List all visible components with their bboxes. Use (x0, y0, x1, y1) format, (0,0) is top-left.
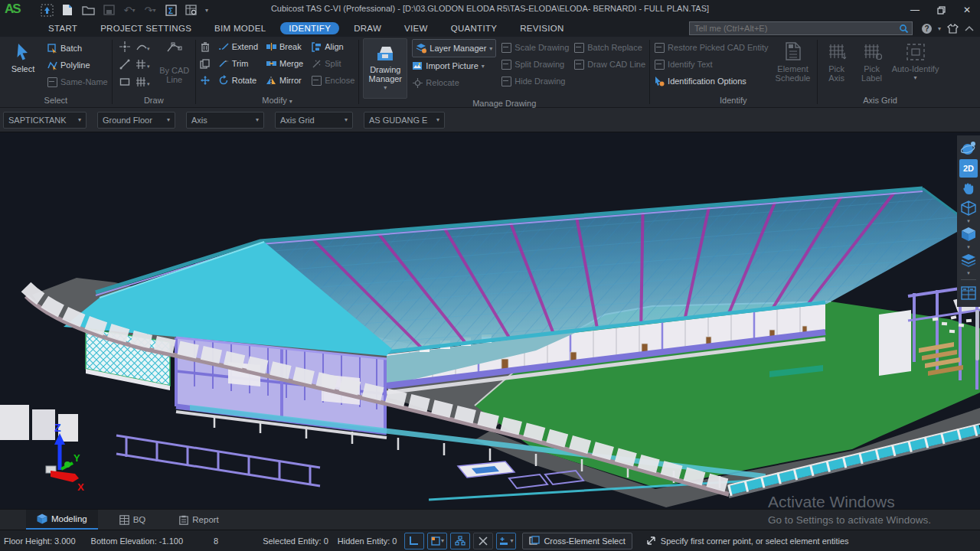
split-drawing-button: Split Drawing (501, 56, 569, 73)
hide-drawing-button: Hide Drawing (501, 73, 569, 90)
hidden-entity-status: Hidden Entity: 0 (338, 536, 397, 546)
tab-bq[interactable]: BQ (109, 510, 157, 530)
manage-drawing-group-label: Manage Drawing (363, 99, 645, 108)
solid-view-icon[interactable] (959, 225, 978, 243)
hierarchy-button[interactable] (450, 533, 470, 549)
split-drawing-icon (501, 59, 511, 70)
modeling-cube-icon (37, 514, 47, 524)
tab-report-label: Report (192, 515, 219, 524)
pick-label-button: Pick Label (857, 38, 887, 83)
draw-grid2-icon[interactable]: ▾ (136, 77, 151, 89)
batch-button[interactable]: Batch (47, 40, 108, 57)
3d-viewport[interactable]: Z Y X 2D ▾ ▾ ▾ (0, 132, 980, 509)
table-search-icon[interactable] (185, 4, 198, 17)
batch-replace-label: Batch Replace (587, 43, 642, 52)
tab-view[interactable]: VIEW (396, 22, 436, 34)
copy-button[interactable] (200, 55, 211, 72)
cancel-snap-button[interactable] (473, 533, 493, 549)
draw-rect-icon[interactable] (119, 77, 130, 89)
qat-more-icon[interactable]: ▾ (205, 7, 208, 14)
search-icon[interactable] (899, 24, 909, 34)
corner-arrow-icon (646, 536, 656, 546)
rotate-button[interactable]: Rotate (218, 72, 258, 89)
file-select[interactable]: SAPTICKTANK▾ (3, 112, 87, 129)
ucs-toggle-button[interactable] (404, 533, 424, 549)
minimize-button[interactable]: — (902, 0, 928, 20)
align-button[interactable]: Align (311, 38, 354, 55)
layers-view-icon[interactable] (959, 251, 978, 269)
hide-drawing-label: Hide Drawing (514, 77, 565, 86)
drawing-select[interactable]: AS GUDANG E▾ (364, 112, 445, 129)
drawing-manager-button[interactable]: Drawing Manager ▾ (363, 38, 407, 99)
identification-options-button[interactable]: Identification Options (654, 73, 768, 90)
move-button[interactable] (200, 72, 211, 89)
viewport-scrollbar[interactable] (975, 310, 979, 360)
floor-select[interactable]: Ground Floor▾ (97, 112, 175, 129)
layer-manager-button[interactable]: Layer Manager▾ (412, 39, 496, 57)
wireframe-dropdown-icon[interactable]: ▾ (967, 219, 970, 223)
wireframe-view-icon[interactable] (959, 199, 978, 217)
tab-revision[interactable]: REVISION (511, 22, 572, 34)
draw-line-icon[interactable] (119, 59, 130, 71)
close-button[interactable]: ✕ (954, 0, 980, 20)
calculate-icon[interactable]: Σ (164, 4, 178, 17)
draw-nodeline-icon[interactable] (166, 41, 183, 55)
search-input[interactable] (693, 23, 899, 34)
merge-button[interactable]: Merge (266, 55, 303, 72)
help-icon[interactable]: ? (922, 24, 932, 34)
solid-dropdown-icon[interactable]: ▾ (967, 245, 970, 249)
enclose-button: Enclose (311, 72, 354, 89)
hide-drawing-icon (501, 76, 511, 86)
restore-button[interactable] (928, 0, 954, 20)
copy-icon (200, 58, 211, 69)
tab-start[interactable]: START (40, 22, 86, 34)
drawing-manager-label: Drawing Manager (364, 65, 407, 83)
identify-text-label: Identify Text (668, 60, 713, 69)
tell-me-search[interactable] (689, 21, 913, 35)
draw-point-icon[interactable] (119, 41, 130, 54)
trim-button[interactable]: Trim (218, 55, 258, 72)
report-clipboard-icon (179, 515, 188, 525)
tab-quantity[interactable]: QUANTITY (443, 22, 506, 34)
tab-draw[interactable]: DRAW (345, 22, 390, 34)
export-icon[interactable] (40, 4, 54, 17)
region-snap-button[interactable]: ▾ (427, 533, 447, 549)
select-button[interactable]: Select (4, 38, 42, 73)
help-caret-icon[interactable]: ▾ (938, 25, 941, 32)
tab-modeling[interactable]: Modeling (26, 510, 98, 530)
cross-element-select-label: Cross-Element Select (544, 536, 625, 546)
delete-button[interactable] (200, 38, 211, 55)
pan-hand-icon[interactable] (959, 179, 978, 197)
element-type-select[interactable]: Axis▾ (186, 112, 264, 129)
break-button[interactable]: Break (266, 38, 303, 55)
draw-group-label: Draw (116, 96, 191, 107)
drawing-manager-icon (375, 43, 395, 63)
app-window: AS ↶▾ ↷▾ Σ ▾ Cubicost TAS C-VI (0, 0, 980, 551)
draw-arc-icon[interactable]: ▾ (136, 41, 151, 54)
polyline-button[interactable]: Polyline (47, 57, 108, 73)
new-file-icon[interactable] (60, 4, 74, 17)
draw-grid-icon[interactable]: ▾ (136, 59, 151, 71)
cross-element-select-button[interactable]: Cross-Element Select (522, 533, 632, 549)
schedule-view-icon[interactable] (959, 284, 978, 302)
2d-view-button[interactable]: 2D (959, 159, 978, 178)
dynamic-view-icon[interactable] (959, 139, 978, 158)
tab-project-settings[interactable]: PROJECT SETTINGS (92, 22, 200, 34)
ribbon: Select Batch Polyline Same-Name (0, 37, 980, 108)
element-select[interactable]: Axis Grid▾ (275, 112, 353, 129)
theme-shirt-icon[interactable] (947, 24, 959, 34)
same-name-icon (47, 77, 57, 87)
tab-identify[interactable]: IDENTIFY (280, 22, 339, 34)
selected-entity-status: Selected Entity: 0 (263, 536, 328, 546)
extend-button[interactable]: Extend (218, 38, 258, 55)
open-folder-icon[interactable] (81, 4, 95, 17)
layers-dropdown-icon[interactable]: ▾ (967, 271, 970, 276)
tab-bim-model[interactable]: BIM MODEL (206, 22, 274, 34)
add-point-button[interactable]: ▾ (496, 533, 516, 549)
collapse-ribbon-icon[interactable] (965, 25, 974, 31)
modify-group-label[interactable]: Modify ▾ (200, 96, 355, 107)
tab-report[interactable]: Report (168, 510, 230, 530)
mirror-button[interactable]: Mirror (266, 72, 303, 89)
rotate-icon (218, 75, 229, 86)
import-picture-button[interactable]: Import Picture▾ (412, 57, 496, 74)
